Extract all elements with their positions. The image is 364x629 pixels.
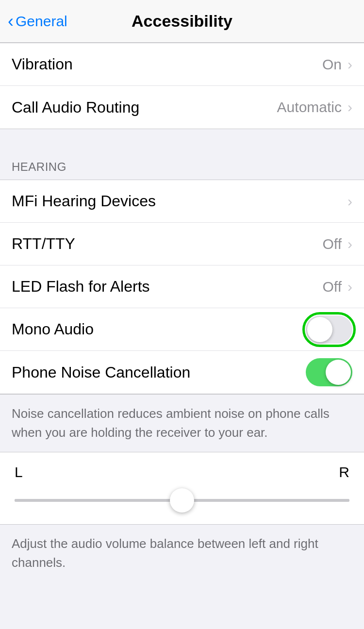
back-button-label: General (16, 13, 67, 30)
balance-slider-container[interactable] (15, 488, 349, 513)
rtt-tty-right: Off › (323, 236, 352, 252)
call-audio-routing-chevron-icon: › (347, 99, 352, 116)
vibration-value: On (322, 56, 342, 73)
led-flash-value: Off (323, 279, 342, 295)
hearing-header-label: HEARING (12, 160, 66, 173)
hearing-section-header: HEARING (0, 149, 364, 180)
mono-audio-row[interactable]: Mono Audio (0, 308, 364, 351)
balance-description-text: Adjust the audio volume balance between … (12, 536, 318, 570)
phone-noise-toggle[interactable] (306, 358, 352, 386)
call-audio-routing-value: Automatic (277, 99, 342, 116)
vibration-label: Vibration (12, 55, 73, 73)
balance-description-block: Adjust the audio volume balance between … (0, 525, 364, 582)
vibration-right: On › (322, 56, 352, 73)
call-audio-routing-right: Automatic › (277, 99, 352, 116)
section-separator (0, 129, 364, 149)
mono-audio-toggle[interactable] (306, 315, 352, 344)
rtt-tty-chevron-icon: › (347, 236, 352, 252)
audio-balance-section: L R (0, 452, 364, 525)
noise-description-text: Noise cancellation reduces ambient noise… (12, 406, 330, 440)
balance-slider-track (15, 499, 349, 502)
led-flash-right: Off › (323, 279, 352, 295)
mono-audio-toggle-thumb (307, 317, 332, 342)
page-title: Accessibility (132, 12, 232, 31)
navigation-bar: ‹ General Accessibility (0, 0, 364, 43)
mfi-hearing-chevron-icon: › (347, 193, 352, 210)
phone-noise-cancellation-label: Phone Noise Cancellation (12, 364, 190, 381)
rtt-tty-label: RTT/TTY (12, 235, 75, 253)
balance-slider-fill-right (182, 499, 349, 502)
balance-left-label: L (15, 464, 23, 480)
back-chevron-icon: ‹ (8, 11, 14, 32)
mfi-hearing-right: › (346, 193, 352, 210)
balance-slider-fill-left (15, 499, 182, 502)
mfi-hearing-devices-row[interactable]: MFi Hearing Devices › (0, 180, 364, 223)
phone-noise-toggle-thumb (326, 360, 351, 385)
mono-audio-right (306, 315, 352, 344)
balance-right-label: R (339, 464, 349, 480)
mfi-hearing-devices-label: MFi Hearing Devices (12, 192, 156, 210)
rtt-tty-value: Off (323, 236, 342, 252)
balance-labels: L R (15, 464, 349, 480)
mono-audio-label: Mono Audio (12, 320, 94, 338)
vibration-row[interactable]: Vibration On › (0, 43, 364, 86)
phone-noise-cancellation-row[interactable]: Phone Noise Cancellation (0, 351, 364, 394)
call-audio-routing-label: Call Audio Routing (12, 99, 139, 116)
led-flash-chevron-icon: › (347, 279, 352, 295)
noise-description-block: Noise cancellation reduces ambient noise… (0, 394, 364, 452)
led-flash-alerts-row[interactable]: LED Flash for Alerts Off › (0, 265, 364, 308)
led-flash-label: LED Flash for Alerts (12, 278, 150, 296)
phone-noise-right (306, 358, 352, 386)
call-audio-routing-row[interactable]: Call Audio Routing Automatic › (0, 86, 364, 129)
vibration-chevron-icon: › (347, 56, 352, 73)
balance-slider-thumb[interactable] (170, 488, 194, 513)
hearing-settings-group: MFi Hearing Devices › RTT/TTY Off › LED … (0, 180, 364, 394)
rtt-tty-row[interactable]: RTT/TTY Off › (0, 223, 364, 265)
back-button[interactable]: ‹ General (8, 11, 67, 32)
